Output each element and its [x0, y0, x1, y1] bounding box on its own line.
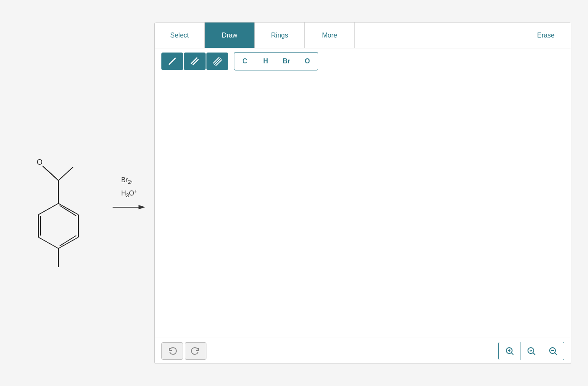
double-bond-btn[interactable]	[184, 53, 206, 70]
svg-line-31	[555, 353, 557, 355]
tab-rings[interactable]: Rings	[255, 23, 305, 48]
bond-btn-group	[161, 53, 228, 70]
zoom-in-btn[interactable]	[499, 342, 520, 360]
reaction-arrow-section: Br2, H3O+	[113, 175, 146, 211]
molecule-display: O	[17, 105, 100, 281]
undo-btn[interactable]	[161, 342, 183, 360]
reagent-text: Br2, H3O+	[121, 175, 137, 200]
bond-element-toolbar: C H Br O	[155, 48, 571, 74]
undo-redo-group	[161, 342, 206, 360]
bottom-toolbar	[155, 338, 571, 363]
element-btn-group: C H Br O	[234, 52, 318, 70]
tab-toolbar: Select Draw Rings More Erase	[155, 23, 571, 48]
element-btn-C[interactable]: C	[235, 53, 254, 69]
tab-erase[interactable]: Erase	[521, 23, 571, 48]
svg-line-3	[38, 237, 58, 248]
tab-draw[interactable]: Draw	[205, 23, 255, 48]
main-container: O Br2, H3O+ Select Draw Rings	[0, 0, 588, 386]
svg-point-27	[528, 348, 534, 353]
tab-select[interactable]: Select	[155, 23, 205, 48]
svg-marker-16	[138, 205, 145, 210]
svg-line-0	[58, 203, 78, 215]
svg-line-28	[533, 353, 535, 355]
redo-btn[interactable]	[185, 342, 206, 360]
tab-more[interactable]: More	[305, 23, 355, 48]
reagent-h3o: H3O+	[121, 190, 137, 197]
svg-text:O: O	[37, 158, 43, 166]
element-btn-H[interactable]: H	[256, 53, 275, 69]
triple-bond-btn[interactable]	[206, 53, 228, 70]
molecule-section: O Br2, H3O+	[17, 105, 146, 281]
svg-line-26	[511, 353, 513, 355]
drawing-canvas[interactable]	[155, 74, 571, 338]
single-bond-btn[interactable]	[161, 53, 183, 70]
svg-line-6	[60, 206, 76, 216]
svg-line-11	[43, 166, 57, 179]
svg-line-19	[193, 59, 199, 65]
svg-line-2	[58, 237, 78, 248]
reagent-br2: Br2,	[121, 176, 133, 183]
element-btn-O[interactable]: O	[298, 53, 317, 69]
drawing-tool-panel: Select Draw Rings More Erase	[154, 22, 571, 364]
svg-line-5	[38, 203, 58, 215]
zoom-group	[498, 342, 564, 360]
element-btn-Br[interactable]: Br	[277, 53, 296, 69]
svg-line-13	[58, 167, 73, 180]
svg-line-17	[169, 58, 176, 65]
zoom-reset-btn[interactable]	[520, 342, 542, 360]
zoom-out-btn[interactable]	[542, 342, 564, 360]
toolbar-spacer	[355, 23, 521, 48]
svg-line-7	[60, 236, 76, 246]
